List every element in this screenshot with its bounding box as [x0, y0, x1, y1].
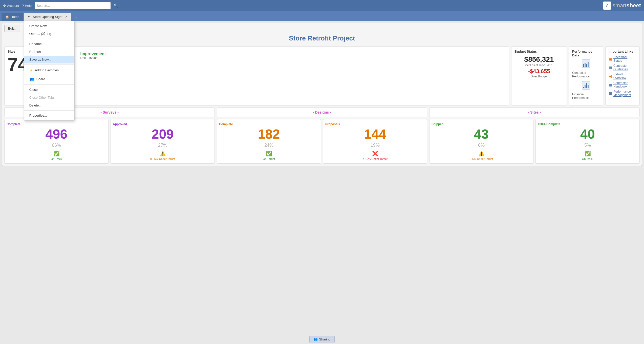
stat-percent: 19% [325, 143, 425, 148]
link-text[interactable]: Contractor Guidelines [613, 64, 636, 71]
smartsheet-logo: ✓ smartsheet [603, 2, 641, 10]
budget-card: Budget Status $856,321 Spent as of Jan-1… [511, 46, 567, 105]
stat-card: Complete 182 24% ✅ On Target [217, 119, 321, 164]
stat-percent: 6% [432, 143, 531, 148]
links-card: Important Links ▣December Status▦Contrac… [605, 46, 640, 105]
dropdown-delete[interactable]: Delete... [24, 101, 74, 109]
link-type-icon: ▣ [609, 57, 612, 61]
link-item[interactable]: ▦Contractor Guidelines [609, 64, 636, 71]
stat-number: 182 [219, 127, 319, 141]
status-card: ▲ Improvement Dec - 15/Jan [62, 46, 509, 105]
svg-rect-4 [588, 62, 589, 67]
svg-rect-7 [585, 85, 586, 88]
dropdown-properties[interactable]: Properties... [24, 112, 74, 119]
contractor-perf-label: Contractor Performance [572, 71, 600, 78]
contractor-perf-icon [582, 59, 591, 70]
dropdown-share[interactable]: 👥 Share... [24, 75, 74, 83]
edit-button[interactable]: Edit... [4, 25, 20, 32]
stat-card: Approved 209 27% ⚠️ 0 - 5% Under Target [111, 119, 215, 164]
link-text[interactable]: Contractor Handbook [613, 81, 636, 88]
stat-status-text: On Track [51, 157, 62, 160]
tab-store-opening[interactable]: ▼ Store Opening Sight ✕ Create New... Op… [24, 13, 71, 21]
link-item[interactable]: ▦Performance Management [609, 90, 636, 97]
stat-status-label: Proposals [325, 122, 340, 126]
dropdown-close-other-tabs: Close Other Tabs [24, 94, 74, 101]
stat-status: ✅ On Track [538, 150, 637, 160]
stats-row: Complete 496 66% ✅ On Track Approved 209… [4, 119, 640, 164]
performance-card-title: Performance Data [572, 50, 600, 57]
dropdown-share-label: Share... [36, 77, 48, 81]
status-content: ▲ Improvement Dec - 15/Jan [65, 50, 506, 62]
stat-percent: 5% [538, 143, 637, 148]
logo-smart: smart [613, 2, 627, 9]
account-label: Account [7, 4, 19, 8]
tab-dropdown-button[interactable]: ▼ [27, 15, 31, 19]
search-input[interactable] [35, 2, 111, 9]
tab-close-button[interactable]: ✕ [64, 14, 69, 19]
perf-item-financial: Financial Performance [572, 81, 600, 100]
tab-dropdown-menu: Create New... Open... (⌘ + /) Rename... … [24, 21, 75, 121]
stat-status-icon: ✅ [585, 150, 591, 157]
search-button[interactable]: 🔍 [114, 4, 118, 8]
link-text[interactable]: Retrofit Overview [613, 73, 636, 80]
dropdown-save-as-new[interactable]: Save as New... [24, 56, 74, 63]
link-item[interactable]: ▣Retrofit Overview [609, 73, 636, 80]
budget-over-label: Over Budget [514, 75, 564, 78]
dropdown-divider-1 [24, 39, 74, 39]
dropdown-refresh[interactable]: Refresh [24, 48, 74, 56]
stat-percent: 24% [219, 143, 319, 148]
main-content: Edit... Store Retrofit Project Sites 74 … [0, 21, 644, 344]
stat-status-text: 0 - 5% Under Target [150, 157, 175, 160]
dropdown-rename[interactable]: Rename... [24, 40, 74, 48]
stat-card: Complete 496 66% ✅ On Track [4, 119, 109, 164]
sharing-button[interactable]: 👥 Sharing [309, 336, 335, 343]
sharing-icon: 👥 [314, 337, 318, 341]
link-type-icon: ▦ [609, 91, 612, 95]
budget-over: -$43,655 [514, 68, 564, 75]
financial-perf-icon [582, 81, 591, 92]
share-icon: 👥 [29, 77, 34, 81]
svg-rect-9 [588, 85, 589, 88]
links-card-title: Important Links [609, 50, 636, 53]
dropdown-divider-4 [24, 110, 74, 111]
stat-number: 43 [432, 127, 531, 141]
tab-home[interactable]: 🏠 Home [2, 13, 23, 21]
stat-status: ✅ On Track [7, 150, 106, 160]
stat-card: 100% Complete 40 5% ✅ On Track [535, 119, 640, 164]
stat-card: Shipped 43 6% ⚠️ 0-5% Under Target [429, 119, 533, 164]
dropdown-create-new[interactable]: Create New... [24, 22, 74, 30]
stat-status-label: Complete [219, 122, 233, 126]
account-menu[interactable]: ⚙ Account [3, 4, 19, 8]
stat-status-text: > 10% Under Target [363, 157, 388, 160]
dropdown-close[interactable]: Close [24, 86, 74, 94]
stat-status-icon: ⚠️ [478, 150, 485, 157]
link-item[interactable]: ▣December Status [609, 55, 636, 62]
stat-status-icon: ✅ [266, 150, 272, 157]
stat-number: 144 [325, 127, 425, 141]
link-text[interactable]: Performance Management [613, 90, 636, 97]
stat-status-icon: ✅ [53, 150, 60, 157]
svg-rect-6 [583, 87, 584, 88]
logo-checkmark: ✓ [605, 3, 609, 8]
stat-card: Proposals 144 19% ❌ > 10% Under Target [323, 119, 427, 164]
stat-percent: 27% [113, 143, 212, 148]
dropdown-open[interactable]: Open... (⌘ + /) [24, 30, 74, 38]
help-menu[interactable]: ? Help [22, 4, 32, 8]
links-container: ▣December Status▦Contractor Guidelines▣R… [609, 55, 636, 97]
logo-box: ✓ [603, 2, 611, 10]
dropdown-add-favorites[interactable]: ★ Add to Favorites [24, 66, 74, 75]
section-labels: - Surveys - - Designs - - Sites - [4, 108, 640, 117]
svg-rect-1 [583, 64, 584, 67]
designs-label: - Designs - [217, 108, 427, 117]
status-text-group: Improvement Dec - 15/Jan [80, 52, 106, 60]
tab-add-button[interactable]: + [73, 14, 80, 21]
sharing-bar: 👥 Sharing [0, 334, 644, 344]
stat-status: ❌ > 10% Under Target [325, 150, 425, 160]
gear-icon: ⚙ [3, 4, 6, 8]
header: ⚙ Account ? Help 🔍 ✓ smartsheet [0, 0, 644, 11]
status-text: Improvement [80, 52, 106, 56]
link-text[interactable]: December Status [613, 55, 636, 62]
link-item[interactable]: ▦Contractor Handbook [609, 81, 636, 88]
logo-text: smartsheet [613, 2, 641, 9]
dropdown-divider-3 [24, 84, 74, 85]
